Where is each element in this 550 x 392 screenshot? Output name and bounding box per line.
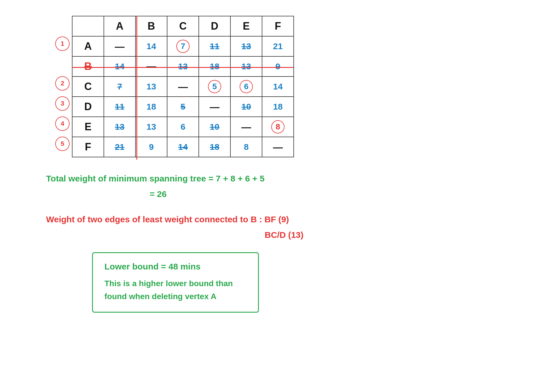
row-label-f: F (72, 137, 104, 157)
lower-bound-text-line2: found when deleting vertex A (104, 290, 247, 303)
total-weight-section: Total weight of minimum spanning tree = … (46, 172, 527, 201)
circled-8: 8 (271, 120, 284, 133)
cell-da: 11 (104, 97, 135, 117)
cell-ae: 13 (230, 36, 262, 56)
cell-ed: 10 (199, 117, 230, 137)
cell-dc: 5 (167, 97, 199, 117)
corner-cell (72, 16, 104, 36)
cell-ba: 14 (104, 56, 135, 77)
cell-cc: — (167, 77, 199, 97)
cell-de: 10 (230, 97, 262, 117)
page-container: 1 2 3 4 5 A B C D E F A — (0, 0, 550, 392)
cell-ee: — (230, 117, 262, 137)
cell-cf: 14 (262, 77, 294, 97)
lower-bound-text: This is a higher lower bound than found … (104, 277, 247, 303)
cell-eb: 13 (135, 117, 167, 137)
row-circle-2: 2 (55, 76, 70, 91)
col-header-c: C (167, 16, 199, 36)
content-section: Total weight of minimum spanning tree = … (46, 172, 527, 313)
total-weight-line2: = 26 (150, 187, 527, 201)
cell-dd: — (199, 97, 230, 117)
cell-cd: 5 (199, 77, 230, 97)
col-header-b: B (135, 16, 167, 36)
circled-6: 6 (240, 80, 253, 93)
cell-aa: — (104, 36, 135, 56)
weight-edges-section: Weight of two edges of least weight conn… (46, 213, 527, 242)
lower-bound-label: Lower bound = 48 mins (104, 262, 247, 271)
cell-fe: 8 (230, 137, 262, 157)
row-circle-5: 5 (55, 137, 70, 151)
col-header-f: F (262, 16, 294, 36)
row-label-e: E (72, 117, 104, 137)
cell-ac: 7 (167, 36, 199, 56)
table-row-a: A — 14 7 11 13 21 (72, 36, 294, 56)
cell-ce: 6 (230, 77, 262, 97)
row-label-c: C (72, 77, 104, 97)
cell-fd: 18 (199, 137, 230, 157)
row-circle-3: 3 (55, 96, 70, 111)
cell-bd: 18 (199, 56, 230, 77)
cell-ca: 7 (104, 77, 135, 97)
cell-af: 21 (262, 36, 294, 56)
cell-bc: 13 (167, 56, 199, 77)
row-label-a: A (72, 36, 104, 56)
cell-fb: 9 (135, 137, 167, 157)
col-header-d: D (199, 16, 230, 36)
cell-fa: 21 (104, 137, 135, 157)
weight-edges-line2: BC/D (13) (265, 228, 527, 242)
lower-bound-text-line1: This is a higher lower bound than (104, 277, 247, 290)
table-row-e: E 13 13 6 10 — 8 (72, 117, 294, 137)
weight-edges-line1: Weight of two edges of least weight conn… (46, 213, 527, 226)
table-row-d: D 11 18 5 — 10 18 (72, 97, 294, 117)
cell-cb: 13 (135, 77, 167, 97)
lower-bound-box: Lower bound = 48 mins This is a higher l… (92, 252, 259, 313)
col-header-e: E (230, 16, 262, 36)
cell-bf: 9 (262, 56, 294, 77)
row-label-d: D (72, 97, 104, 117)
row-label-b: B (72, 56, 104, 77)
col-b-strikethrough-line (136, 16, 137, 160)
row-circle-4: 4 (55, 116, 70, 131)
cell-bb: — (135, 56, 167, 77)
cell-ea: 13 (104, 117, 135, 137)
cell-ef: 8 (262, 117, 294, 137)
circled-7: 7 (176, 40, 190, 53)
matrix-table: A B C D E F A — 14 7 11 1 (72, 16, 294, 157)
circled-5: 5 (208, 80, 221, 93)
row-circle-1: 1 (55, 37, 70, 51)
cell-db: 18 (135, 97, 167, 117)
cell-df: 18 (262, 97, 294, 117)
table-row-c: C 7 13 — 5 6 14 (72, 77, 294, 97)
cell-fc: 14 (167, 137, 199, 157)
cell-be: 13 (230, 56, 262, 77)
cell-ff: — (262, 137, 294, 157)
cell-ab: 14 (135, 36, 167, 56)
cell-ec: 6 (167, 117, 199, 137)
row-b-strikethrough-line (72, 67, 293, 68)
cell-ad: 11 (199, 36, 230, 56)
total-weight-line1: Total weight of minimum spanning tree = … (46, 172, 527, 186)
table-row-f: F 21 9 14 18 8 — (72, 137, 294, 157)
col-header-a: A (104, 16, 135, 36)
table-row-b: B 14 — 13 18 13 9 (72, 56, 294, 77)
